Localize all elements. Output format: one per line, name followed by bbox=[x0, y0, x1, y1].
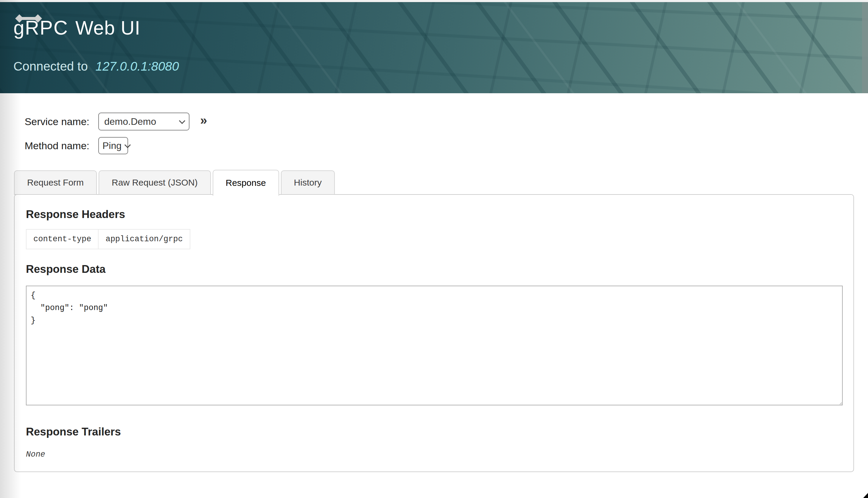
tab-history[interactable]: History bbox=[281, 170, 335, 195]
connection-status: Connected to 127.0.0.1:8080 bbox=[13, 59, 179, 74]
chevron-down-icon bbox=[179, 118, 185, 124]
response-data-title: Response Data bbox=[26, 263, 842, 276]
response-headers-table: content-type application/grpc bbox=[26, 229, 190, 249]
chevron-down-icon bbox=[124, 142, 131, 148]
header-name-cell: content-type bbox=[26, 230, 98, 249]
connected-address: 127.0.0.1:8080 bbox=[96, 59, 179, 73]
response-trailers-value: None bbox=[26, 450, 842, 459]
service-row: Service name: demo.Demo » bbox=[0, 113, 868, 130]
method-name-label: Method name: bbox=[0, 140, 89, 152]
connected-label: Connected to bbox=[13, 59, 88, 73]
grpc-logo-arrow-icon bbox=[15, 14, 42, 23]
response-headers-title: Response Headers bbox=[26, 208, 842, 221]
header-value-cell: application/grpc bbox=[98, 230, 190, 249]
method-row: Method name: Ping bbox=[0, 137, 868, 154]
service-select[interactable]: demo.Demo bbox=[98, 113, 189, 130]
tabs-area: Request Form Raw Request (JSON) Response… bbox=[14, 170, 854, 472]
service-select-value: demo.Demo bbox=[104, 116, 156, 127]
tabstrip: Request Form Raw Request (JSON) Response… bbox=[14, 170, 854, 195]
app-title: gRPCWeb UI bbox=[13, 16, 140, 39]
tab-raw-request-json[interactable]: Raw Request (JSON) bbox=[98, 170, 211, 195]
method-select[interactable]: Ping bbox=[98, 137, 128, 154]
table-row: content-type application/grpc bbox=[26, 230, 190, 249]
invoke-expand-button[interactable]: » bbox=[199, 114, 208, 129]
title-suffix: Web UI bbox=[75, 17, 140, 39]
banner-right-edge bbox=[862, 2, 868, 93]
response-panel: Response Headers content-type applicatio… bbox=[14, 194, 854, 472]
response-trailers-title: Response Trailers bbox=[26, 425, 842, 438]
service-name-label: Service name: bbox=[0, 116, 89, 128]
tab-response[interactable]: Response bbox=[213, 170, 279, 196]
cursor-artifact bbox=[862, 493, 868, 498]
app-header-banner: gRPCWeb UI Connected to 127.0.0.1:8080 bbox=[0, 2, 868, 93]
window-top-edge bbox=[0, 0, 868, 2]
method-select-value: Ping bbox=[103, 140, 121, 151]
response-data-textarea[interactable]: { "pong": "pong" } bbox=[26, 286, 843, 405]
service-method-controls: Service name: demo.Demo » Method name: P… bbox=[0, 113, 868, 154]
mesh-pattern-decoration bbox=[0, 2, 868, 93]
tab-request-form[interactable]: Request Form bbox=[14, 170, 97, 195]
